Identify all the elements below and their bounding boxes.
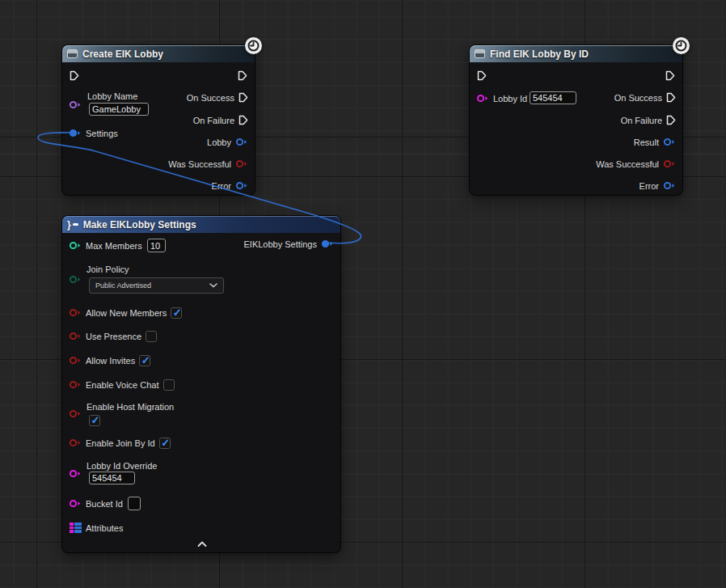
lobby-id-pin[interactable] [476, 93, 489, 104]
was-successful-pin[interactable] [663, 159, 676, 169]
latent-clock-icon [245, 37, 262, 54]
exec-in-pin[interactable] [477, 70, 487, 81]
lobby-id-input[interactable] [530, 91, 576, 104]
pin-label-lobby: Lobby [207, 137, 231, 147]
lobby-out-pin[interactable] [235, 137, 248, 147]
latent-clock-icon [673, 37, 690, 54]
on-success-pin[interactable] [238, 92, 248, 103]
pin-label-attributes: Attributes [86, 523, 123, 533]
pin-label-was-successful: Was Successful [596, 159, 659, 169]
use-presence-pin[interactable] [69, 331, 82, 341]
exec-in-pin[interactable] [70, 70, 79, 81]
result-pin[interactable] [663, 137, 676, 147]
node-make-eiklobby-settings[interactable]: } Make EIKLobby Settings Max Members EIK… [61, 215, 341, 553]
pin-label-bucket-id: Bucket Id [86, 499, 123, 509]
pin-label-was-successful: Was Successful [168, 159, 231, 169]
join-policy-dropdown[interactable]: Public Advertised [89, 277, 224, 294]
on-success-pin[interactable] [666, 92, 676, 103]
node-header[interactable]: Create EIK Lobby [62, 45, 255, 62]
node-title: Create EIK Lobby [82, 49, 163, 60]
function-icon [475, 49, 485, 58]
max-members-input[interactable] [147, 239, 166, 252]
pin-label-error: Error [639, 181, 659, 191]
enable-host-migration-checkbox[interactable] [89, 415, 100, 426]
node-title: Find EIK Lobby By ID [490, 49, 589, 60]
use-presence-checkbox[interactable] [146, 331, 157, 342]
error-pin[interactable] [663, 180, 676, 191]
node-create-eik-lobby[interactable]: Create EIK Lobby Lobby Name Settings On … [61, 44, 255, 196]
on-failure-pin[interactable] [666, 115, 676, 125]
pin-label-enable-join-by-id: Enable Join By Id [86, 438, 155, 448]
bucket-id-input[interactable] [128, 497, 141, 510]
pin-label-result: Result [634, 137, 659, 147]
pin-label-enable-voice-chat: Enable Voice Chat [86, 380, 159, 390]
pin-label-on-failure: On Failure [193, 116, 234, 125]
settings-pin[interactable] [69, 128, 82, 138]
node-header[interactable]: Find EIK Lobby By ID [470, 45, 682, 62]
enable-voice-chat-checkbox[interactable] [163, 379, 175, 391]
bucket-id-pin[interactable] [69, 498, 82, 509]
chevron-down-icon [209, 283, 217, 288]
node-find-eik-lobby-by-id[interactable]: Find EIK Lobby By ID Lobby Id On Success… [469, 44, 683, 196]
pin-label-allow-invites: Allow Invites [86, 356, 135, 366]
allow-invites-pin[interactable] [69, 355, 82, 366]
collapse-node-button[interactable] [192, 541, 212, 549]
pin-label-error: Error [212, 181, 231, 191]
pin-label-on-success: On Success [614, 93, 662, 103]
lobby-id-override-pin[interactable] [69, 468, 82, 479]
enable-voice-chat-pin[interactable] [69, 379, 82, 390]
node-header[interactable]: } Make EIKLobby Settings [62, 216, 340, 233]
pin-label-use-presence: Use Presence [86, 332, 141, 341]
was-successful-pin[interactable] [235, 159, 248, 169]
lobby-name-input[interactable] [89, 103, 149, 116]
allow-invites-checkbox[interactable] [139, 355, 150, 366]
pin-label-join-policy: Join Policy [87, 264, 129, 274]
node-title: Make EIKLobby Settings [83, 219, 196, 231]
max-members-pin[interactable] [69, 240, 82, 251]
join-policy-value: Public Advertised [95, 281, 151, 290]
pin-label-allow-new-members: Allow New Members [86, 308, 167, 318]
pin-label-enable-host-migration: Enable Host Migration [87, 402, 174, 412]
enable-join-by-id-pin[interactable] [69, 438, 82, 448]
allow-new-members-pin[interactable] [69, 307, 82, 318]
enable-join-by-id-checkbox[interactable] [159, 438, 171, 449]
exec-out-pin[interactable] [665, 70, 675, 81]
pin-label-on-failure: On Failure [621, 116, 662, 125]
pin-label-lobby-name: Lobby Name [87, 91, 137, 101]
on-failure-pin[interactable] [238, 115, 248, 125]
lobby-id-override-input[interactable] [89, 472, 135, 484]
pin-label-lobby-id-override: Lobby Id Override [87, 461, 157, 471]
lobby-name-pin[interactable] [69, 99, 82, 110]
pin-label-settings: Settings [86, 129, 118, 138]
function-icon [67, 49, 78, 58]
pin-label-eiklobby-settings: EIKLobby Settings [243, 239, 317, 249]
pin-label-lobby-id: Lobby Id [493, 94, 527, 104]
pin-label-on-success: On Success [187, 93, 234, 103]
enable-host-migration-pin[interactable] [69, 408, 82, 419]
pin-label-max-members: Max Members [86, 241, 142, 251]
join-policy-pin[interactable] [69, 274, 82, 285]
make-struct-icon: } [67, 219, 78, 231]
error-pin[interactable] [235, 180, 248, 191]
exec-out-pin[interactable] [238, 70, 247, 81]
chevron-up-icon [197, 541, 207, 548]
map-pin-icon[interactable] [70, 522, 82, 533]
eiklobby-settings-out-pin[interactable] [321, 239, 334, 249]
allow-new-members-checkbox[interactable] [171, 307, 182, 319]
